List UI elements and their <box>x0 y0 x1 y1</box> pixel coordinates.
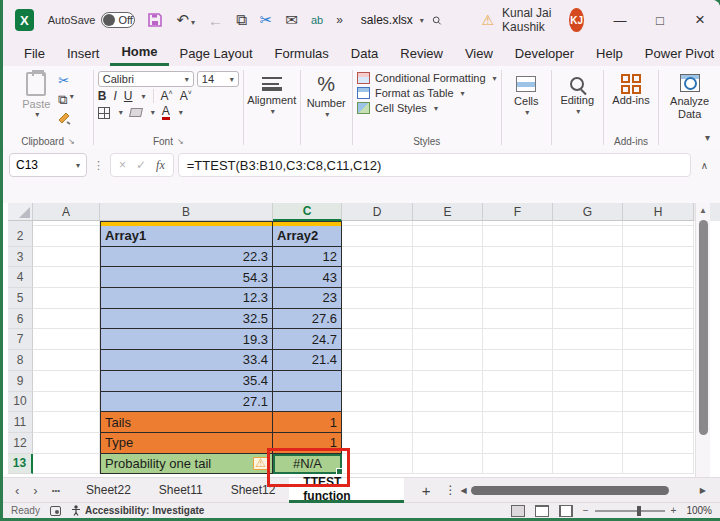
tab-review[interactable]: Review <box>389 42 454 65</box>
cell[interactable] <box>413 267 483 288</box>
cell[interactable] <box>553 433 623 454</box>
row-header[interactable]: 6 <box>8 309 33 330</box>
col-header-b[interactable]: B <box>100 203 273 221</box>
sheet-tab-sheet12[interactable]: Sheet12 <box>217 478 290 503</box>
italic-button[interactable]: I <box>113 89 116 103</box>
borders-caret-icon[interactable]: ▾ <box>119 108 123 117</box>
conditional-formatting-button[interactable]: Conditional Formatting▾ <box>357 72 497 84</box>
cell[interactable] <box>483 226 553 247</box>
col-header-a[interactable]: A <box>33 203 100 221</box>
cell[interactable] <box>413 226 483 247</box>
cell[interactable] <box>342 329 413 350</box>
cell-b4[interactable]: 54.3 <box>100 267 273 288</box>
col-header-c[interactable]: C <box>273 203 342 221</box>
fill-caret-icon[interactable]: ▾ <box>151 108 155 117</box>
cell[interactable] <box>413 288 483 309</box>
cell[interactable] <box>342 412 413 433</box>
cell[interactable] <box>483 309 553 330</box>
cell-c6[interactable]: 27.6 <box>273 309 342 330</box>
cell[interactable] <box>342 433 413 454</box>
cell[interactable] <box>553 392 623 413</box>
row-header[interactable]: 5 <box>8 288 33 309</box>
cell-b9[interactable]: 35.4 <box>100 371 273 392</box>
zoom-slider[interactable]: − + <box>583 505 677 516</box>
select-all-button[interactable] <box>8 203 33 221</box>
cell[interactable] <box>413 309 483 330</box>
cell[interactable] <box>33 309 100 330</box>
cell[interactable] <box>33 371 100 392</box>
col-header-d[interactable]: D <box>342 203 413 221</box>
tab-insert[interactable]: Insert <box>56 42 111 65</box>
cell[interactable] <box>553 267 623 288</box>
accessibility-status[interactable]: Accessibility: Investigate <box>71 505 205 516</box>
col-header-e[interactable]: E <box>413 203 483 221</box>
tab-help[interactable]: Help <box>585 42 634 65</box>
cell-b3[interactable]: 22.3 <box>100 247 273 268</box>
cell[interactable] <box>33 433 100 454</box>
tab-data[interactable]: Data <box>340 42 389 65</box>
account-control[interactable]: Kunal Jai Kaushik KJ <box>502 6 584 34</box>
cell[interactable] <box>413 350 483 371</box>
cell[interactable] <box>553 226 623 247</box>
sheet-list-icon[interactable]: ••• <box>52 486 60 495</box>
cell[interactable] <box>33 288 100 309</box>
cell-c11[interactable]: 1 <box>273 412 342 433</box>
row-header[interactable]: 4 <box>8 267 33 288</box>
horizontal-scrollbar[interactable]: ◀ ▶ <box>457 483 710 497</box>
font-size-select[interactable]: 14▾ <box>197 71 239 87</box>
cell[interactable] <box>553 288 623 309</box>
cell[interactable] <box>413 371 483 392</box>
autocorrect-icon[interactable]: ab <box>311 14 323 26</box>
tab-home[interactable]: Home <box>110 40 168 66</box>
cell[interactable] <box>413 392 483 413</box>
cell[interactable] <box>413 412 483 433</box>
cell[interactable] <box>342 454 413 475</box>
cell-c2[interactable]: Array2 <box>273 226 342 247</box>
tab-view[interactable]: View <box>454 42 504 65</box>
cell[interactable] <box>33 454 100 475</box>
scroll-up-icon[interactable]: ▲ <box>699 203 707 218</box>
email-icon[interactable]: ✉ <box>285 11 298 29</box>
cell[interactable] <box>483 288 553 309</box>
cell-b12[interactable]: Type <box>100 433 273 454</box>
name-box[interactable]: C13 ▾ <box>9 153 87 177</box>
cell-b7[interactable]: 19.3 <box>100 329 273 350</box>
sheet-tab-sheet22[interactable]: Sheet22 <box>72 478 145 503</box>
undo-icon[interactable]: ↶▾ <box>176 11 195 29</box>
row-header[interactable]: 12 <box>8 433 33 454</box>
row-header[interactable]: 11 <box>8 412 33 433</box>
cell[interactable] <box>342 267 413 288</box>
cell[interactable] <box>553 350 623 371</box>
cell-c9[interactable] <box>273 371 342 392</box>
cell-c4[interactable]: 43 <box>273 267 342 288</box>
cell[interactable] <box>623 288 694 309</box>
cell[interactable] <box>342 247 413 268</box>
cell[interactable] <box>623 309 694 330</box>
cell[interactable] <box>413 247 483 268</box>
page-layout-view-button[interactable] <box>535 505 549 517</box>
increase-font-button[interactable]: A˄ <box>161 89 173 103</box>
cell[interactable] <box>342 392 413 413</box>
cell[interactable] <box>623 350 694 371</box>
alignment-group[interactable]: Alignment▾ <box>244 66 300 149</box>
search-icon[interactable] <box>432 13 442 28</box>
enter-formula-icon[interactable]: ✓ <box>136 158 146 172</box>
cells-group[interactable]: Cells▾ <box>502 66 551 149</box>
cell[interactable] <box>483 247 553 268</box>
editing-group[interactable]: Editing▾ <box>552 66 603 149</box>
underline-button[interactable]: U <box>124 89 133 103</box>
font-family-select[interactable]: Calibri▾ <box>98 71 194 87</box>
row-header[interactable]: 7 <box>8 329 33 350</box>
cell[interactable] <box>483 433 553 454</box>
cell[interactable] <box>623 412 694 433</box>
cell[interactable] <box>33 267 100 288</box>
cell[interactable] <box>483 329 553 350</box>
fill-color-icon[interactable] <box>129 108 143 117</box>
normal-view-button[interactable] <box>511 505 525 517</box>
scroll-left-icon[interactable]: ◀ <box>457 486 471 495</box>
font-color-caret-icon[interactable]: ▾ <box>179 108 183 117</box>
expand-formula-bar-icon[interactable]: ∧ <box>695 160 714 171</box>
cell[interactable] <box>623 267 694 288</box>
maximize-button[interactable]: □ <box>640 0 680 40</box>
col-header-g[interactable]: G <box>553 203 623 221</box>
